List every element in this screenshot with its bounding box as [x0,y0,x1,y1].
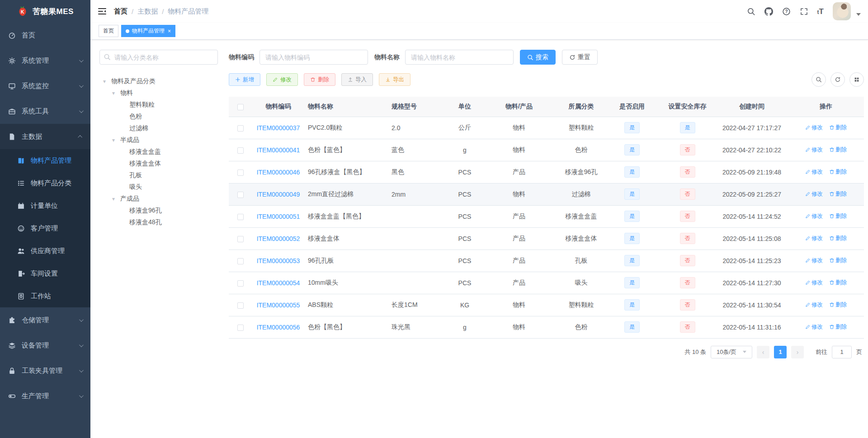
tree-node[interactable]: 过滤棉 [99,122,218,134]
material-code-link[interactable]: ITEM00000051 [257,213,300,220]
export-button[interactable]: 导出 [379,73,410,86]
next-page-button[interactable]: › [791,346,804,358]
row-checkbox[interactable] [237,325,244,331]
sidebar-item-warehouse-mgmt[interactable]: 仓储管理 [0,307,90,333]
row-edit-link[interactable]: 修改 [805,301,823,309]
row-delete-link[interactable]: 删除 [829,168,847,176]
sidebar-item-fixture-mgmt[interactable]: 工装夹具管理 [0,358,90,383]
row-edit-link[interactable]: 修改 [805,168,823,176]
material-code-link[interactable]: ITEM00000037 [257,124,300,132]
tree-node[interactable]: 孔板 [99,170,218,181]
tree-node[interactable]: ▾ 半成品 [99,134,218,146]
material-code-input[interactable] [259,50,368,65]
row-checkbox[interactable] [237,258,244,264]
sidebar-item-system-mgmt[interactable]: 系统管理 [0,48,90,73]
row-checkbox[interactable] [237,125,244,132]
material-code-link[interactable]: ITEM00000055 [257,301,300,309]
row-checkbox[interactable] [237,192,244,198]
row-edit-link[interactable]: 修改 [805,190,823,198]
sidebar-item-home[interactable]: 首页 [0,23,90,48]
tree-node[interactable]: 色粉 [99,111,218,122]
search-icon[interactable] [747,7,755,16]
sidebar-item-measure-unit[interactable]: 计量单位 [0,194,90,217]
sidebar-item-master-data[interactable]: 主数据 [0,124,90,149]
sidebar-item-system-monitor[interactable]: 系统监控 [0,73,90,99]
logo[interactable]: K 苦糖果MES [0,0,90,23]
sidebar-toggle-icon[interactable] [98,7,107,16]
sidebar-item-material-product-mgmt[interactable]: 物料产品管理 [0,149,90,172]
import-button[interactable]: 导入 [341,73,373,86]
tree-node[interactable]: 移液盒盒体 [99,158,218,170]
row-edit-link[interactable]: 修改 [805,257,823,264]
row-delete-link[interactable]: 删除 [829,323,847,331]
row-edit-link[interactable]: 修改 [805,146,823,154]
row-delete-link[interactable]: 删除 [829,124,847,132]
material-code-link[interactable]: ITEM00000052 [257,235,300,242]
refresh-button[interactable] [830,72,845,87]
row-edit-link[interactable]: 修改 [805,323,823,331]
tree-node[interactable]: 移液盒96孔 [99,205,218,217]
row-delete-link[interactable]: 删除 [829,301,847,309]
page-number-1[interactable]: 1 [774,346,787,358]
material-code-link[interactable]: ITEM00000056 [257,324,300,331]
fullscreen-icon[interactable] [800,7,808,16]
row-edit-link[interactable]: 修改 [805,279,823,287]
tree-node[interactable]: 移液盒盒盖 [99,146,218,158]
row-edit-link[interactable]: 修改 [805,124,823,132]
delete-button[interactable]: 删除 [304,73,335,86]
tree-caret-icon[interactable]: ▾ [111,137,120,143]
github-icon[interactable] [764,7,773,16]
tree-caret-icon[interactable]: ▾ [111,196,120,202]
tree-node[interactable]: 吸头 [99,181,218,193]
column-settings-button[interactable] [849,72,864,87]
row-checkbox[interactable] [237,236,244,242]
search-button[interactable]: 搜索 [520,50,556,65]
sidebar-item-workshop-settings[interactable]: 车间设置 [0,262,90,285]
row-delete-link[interactable]: 删除 [829,190,847,198]
row-checkbox[interactable] [237,170,244,176]
caret-down-icon[interactable] [856,13,861,16]
tree-node[interactable]: 移液盒48孔 [99,217,218,228]
row-checkbox[interactable] [237,280,244,287]
tree-caret-icon[interactable]: ▾ [111,90,120,96]
avatar[interactable] [833,2,851,20]
row-checkbox[interactable] [237,302,244,309]
sidebar-item-supplier-mgmt[interactable]: 供应商管理 [0,240,90,262]
breadcrumb-home[interactable]: 首页 [114,7,127,16]
material-name-input[interactable] [405,50,514,65]
page-size-select[interactable]: 10条/页 [711,346,752,358]
select-all-checkbox[interactable] [237,104,244,110]
tab-close-icon[interactable]: × [168,28,171,34]
category-search-input[interactable] [99,50,218,65]
tree-node[interactable]: ▾ 物料 [99,87,218,99]
reset-button[interactable]: 重置 [562,50,598,65]
material-code-link[interactable]: ITEM00000054 [257,279,300,287]
sidebar-item-production-mgmt[interactable]: 生产管理 [0,383,90,409]
question-help-icon[interactable]: ? [782,7,791,16]
row-edit-link[interactable]: 修改 [805,212,823,220]
row-delete-link[interactable]: 删除 [829,212,847,220]
row-checkbox[interactable] [237,214,244,220]
goto-page-input[interactable] [832,346,852,358]
tab-home[interactable]: 首页 [99,25,118,37]
font-size-icon[interactable]: tT [817,8,824,15]
row-edit-link[interactable]: 修改 [805,235,823,242]
row-delete-link[interactable]: 删除 [829,279,847,287]
sidebar-item-customer-mgmt[interactable]: 客户管理 [0,217,90,240]
row-delete-link[interactable]: 删除 [829,257,847,264]
edit-button[interactable]: 修改 [266,73,298,86]
sidebar-item-workstation[interactable]: 工作站 [0,285,90,307]
tree-node[interactable]: 塑料颗粒 [99,99,218,111]
tree-caret-icon[interactable]: ▾ [102,78,111,85]
sidebar-item-material-product-category[interactable]: 物料产品分类 [0,172,90,194]
toggle-search-button[interactable] [811,72,826,87]
material-code-link[interactable]: ITEM00000049 [257,191,300,198]
tab-material-product-mgmt[interactable]: 物料产品管理 × [121,25,175,37]
material-code-link[interactable]: ITEM00000053 [257,257,300,264]
tree-node[interactable]: ▾ 物料及产品分类 [99,75,218,87]
add-button[interactable]: 新增 [229,73,260,86]
material-code-link[interactable]: ITEM00000046 [257,169,300,176]
material-code-link[interactable]: ITEM00000041 [257,146,300,154]
prev-page-button[interactable]: ‹ [757,346,769,358]
row-delete-link[interactable]: 删除 [829,146,847,154]
